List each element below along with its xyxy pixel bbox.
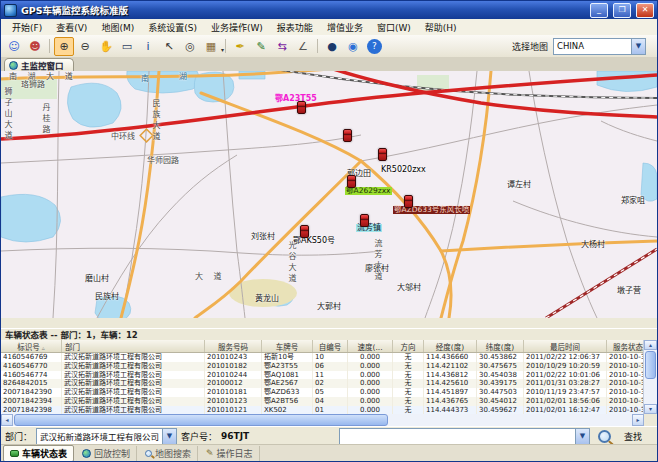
table-cell: 04 — [313, 397, 348, 406]
menu-item[interactable]: 开始(F) — [5, 21, 49, 34]
info-icon[interactable]: i — [138, 37, 158, 56]
department-select[interactable]: 武汉拓新道路环境工程有限公司 ▼ — [36, 428, 177, 445]
chevron-down-icon[interactable]: ▼ — [575, 429, 589, 444]
globe-icon — [9, 61, 18, 70]
close-button[interactable]: ✕ — [636, 3, 654, 18]
table-cell: 武汉拓新道路环境工程有限公司 — [62, 371, 205, 380]
map-select[interactable]: CHINA ▼ — [553, 38, 646, 55]
search-icon[interactable] — [598, 430, 611, 443]
select-arrow-icon[interactable]: ↖ — [159, 37, 179, 56]
column-header[interactable]: 服务状态 — [607, 340, 645, 353]
chevron-down-icon[interactable]: ▼ — [162, 429, 176, 444]
minimize-button[interactable]: _ — [590, 3, 608, 18]
full-extent-icon[interactable]: ▭ — [117, 37, 137, 56]
table-vertical-scrollbar[interactable]: ▴ ▾ — [643, 340, 657, 414]
table-cell: 4160546770 — [1, 362, 62, 371]
edit-pencil-icon[interactable]: ✎ — [251, 37, 271, 56]
map-tab[interactable]: 主监控窗口 — [4, 58, 74, 71]
table-row[interactable]: 4160546769武汉拓新道路环境工程有限公司201010243拓新10号10… — [1, 353, 644, 362]
menu-item[interactable]: 查看(V) — [49, 21, 94, 34]
customer-value: 96TJT — [221, 431, 249, 441]
table-row[interactable]: 4160546774武汉拓新道路环境工程有限公司201010244鄂AQ1081… — [1, 371, 644, 380]
table-cell: 201010121 — [205, 406, 262, 414]
table-row[interactable]: 20071842394武汉拓新道路环境工程有限公司201010123鄂A2BT5… — [1, 397, 644, 406]
zoom-in-icon[interactable]: ⊕ — [54, 37, 74, 56]
menu-item[interactable]: 系统设置(S) — [141, 21, 204, 34]
column-header[interactable]: 车牌号 — [262, 340, 313, 353]
find-button[interactable]: 查找 — [619, 430, 647, 443]
table-cell: 20071842398 — [1, 406, 62, 414]
column-header[interactable]: 服务号码 — [205, 340, 262, 353]
map-label: 中环线 — [111, 133, 135, 141]
column-header[interactable]: 方向 — [393, 340, 424, 353]
vehicle-marker[interactable] — [360, 214, 369, 227]
table-cell: 拓新10号 — [262, 353, 313, 362]
globe-dark-icon[interactable]: ● — [322, 37, 342, 56]
table-cell: 10 — [313, 353, 348, 362]
table-row[interactable]: 4160546770武汉拓新道路环境工程有限公司201010182鄂A23T55… — [1, 362, 644, 371]
column-header[interactable]: 最后时间 — [524, 340, 607, 353]
measure-icon[interactable]: ∠ — [293, 37, 313, 56]
route-arrows-icon[interactable]: ⇆ — [272, 37, 292, 56]
monitor-users-icon[interactable]: ☺ — [4, 37, 24, 56]
menu-item[interactable]: 报表功能 — [270, 21, 320, 34]
map-label: 鄂A2629zxx — [345, 187, 392, 195]
maximize-button[interactable]: ❒ — [613, 3, 631, 18]
compass-icon[interactable]: ◎ — [180, 37, 200, 56]
table-horizontal-scrollbar[interactable]: ◂ ▸ — [1, 414, 644, 426]
tab-map-search[interactable]: 地图搜索 — [139, 446, 198, 461]
scroll-up-icon[interactable]: ▴ — [644, 340, 657, 350]
vehicle-marker[interactable] — [297, 101, 306, 114]
vehicle-marker[interactable] — [378, 148, 387, 161]
menu-item[interactable]: 增值业务 — [320, 21, 370, 34]
column-header[interactable]: 自编号 — [313, 340, 348, 353]
table-cell: 201010243 — [205, 353, 262, 362]
table-row[interactable]: 8264842015武汉拓新道路环境工程有限公司20100012鄂AE25670… — [1, 379, 644, 388]
scroll-left-icon[interactable]: ◂ — [1, 414, 13, 426]
search-select[interactable]: ▼ — [339, 428, 590, 445]
vehicle-marker[interactable] — [343, 129, 352, 142]
scroll-right-icon[interactable]: ▸ — [632, 414, 644, 426]
vehicle-marker[interactable] — [300, 225, 309, 238]
tab-playback-control[interactable]: 回放控制 — [76, 446, 137, 461]
vehicle-marker[interactable] — [404, 195, 413, 208]
table-cell: 11 — [313, 371, 348, 380]
menu-item[interactable]: 窗口(W) — [370, 21, 418, 34]
map-canvas[interactable]: 南 湖 大 道珞狮路狮子山大道丹桂路南湖民族大道中环线华师园路光谷大道流芳大道大… — [1, 71, 657, 318]
table-cell: 20071842390 — [1, 388, 62, 397]
column-header[interactable]: 速度(... — [348, 340, 393, 353]
table-cell: 201010244 — [205, 371, 262, 380]
marker-pen-icon[interactable]: ✒ — [230, 37, 250, 56]
scroll-down-icon[interactable]: ▾ — [644, 404, 657, 414]
menu-item[interactable]: 业务操作(W) — [204, 21, 270, 34]
search-input[interactable] — [343, 431, 575, 441]
help-icon[interactable]: ? — [367, 39, 382, 54]
globe-network-icon[interactable]: ◉ — [343, 37, 363, 56]
tab-operation-log[interactable]: ✎操作日志 — [200, 446, 260, 461]
table-cell: 鄂AZD633 — [262, 388, 313, 397]
chevron-down-icon[interactable]: ▾ — [221, 41, 224, 58]
group-users-icon[interactable]: ☻ — [25, 37, 45, 56]
chevron-down-icon[interactable]: ▼ — [631, 39, 645, 54]
map-tab-title: 主监控窗口 — [21, 59, 64, 71]
column-header[interactable]: 标识号 ▵ — [1, 340, 62, 353]
table-row[interactable]: 20071842398武汉拓新道路环境工程有限公司201010121XK5020… — [1, 406, 644, 414]
map-label: 黄龙山 — [255, 295, 279, 303]
column-header[interactable]: 经度(度) — [424, 340, 477, 353]
tab-vehicle-status-table[interactable]: 车辆状态表 — [3, 445, 74, 462]
vehicle-marker[interactable] — [347, 175, 356, 188]
table-cell: 无 — [393, 379, 424, 388]
table-row[interactable]: 20071842390武汉拓新道路环境工程有限公司201010181鄂AZD63… — [1, 388, 644, 397]
menu-item[interactable]: 帮助(H) — [418, 21, 464, 34]
table-cell: 201010182 — [205, 362, 262, 371]
log-icon: ✎ — [206, 449, 214, 458]
table-cell: 2010-10-31 — [607, 406, 645, 414]
table-hscroll-thumb[interactable] — [14, 414, 388, 426]
pan-hand-icon[interactable]: ✋ — [96, 37, 116, 56]
zoom-out-icon[interactable]: ⊖ — [75, 37, 95, 56]
column-header[interactable]: 纬度(度) — [477, 340, 524, 353]
column-header[interactable]: 部门 — [62, 340, 205, 353]
layers-icon[interactable]: ▦▾ — [201, 37, 221, 56]
menu-item[interactable]: 地图(M) — [94, 21, 141, 34]
table-vscroll-thumb[interactable] — [645, 351, 656, 379]
